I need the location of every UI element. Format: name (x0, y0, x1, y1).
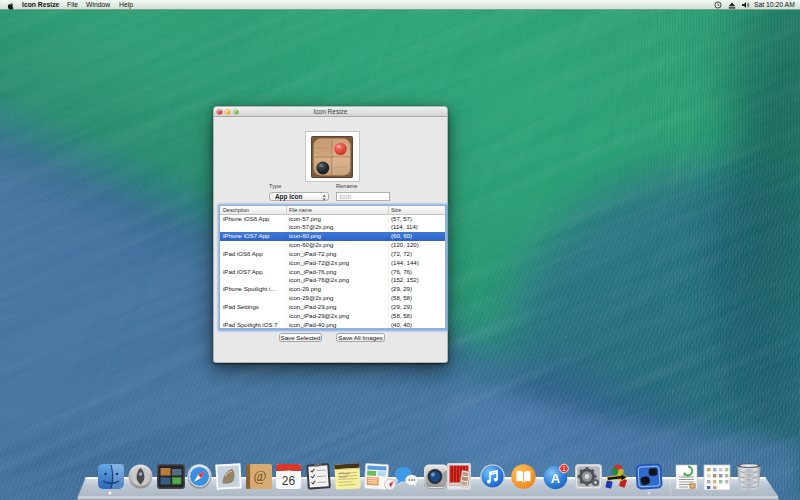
svg-text:A: A (551, 471, 561, 486)
svg-text:@: @ (254, 469, 267, 484)
svg-text:1: 1 (562, 465, 566, 472)
svg-text:26: 26 (282, 474, 296, 488)
